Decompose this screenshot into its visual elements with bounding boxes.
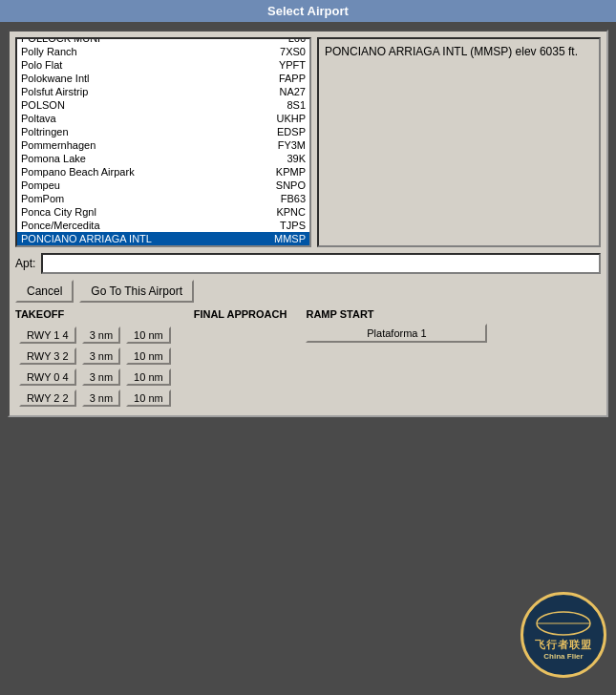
final-approach-section: FINAL APPROACH [194,308,287,324]
ramp-start-section: RAMP START Plataforma 1 [306,308,487,343]
takeoff-header: TAKEOFF [15,308,175,320]
go-to-airport-button[interactable]: Go To This Airport [79,280,194,303]
list-item[interactable]: PomPomFB63 [17,192,309,205]
list-item[interactable]: PONCIANO ARRIAGA INTLMMSP [17,232,309,245]
cancel-button[interactable]: Cancel [15,280,74,303]
apt-row: Apt: [15,253,601,274]
watermark: 飞行者联盟 China Flier [520,592,606,678]
watermark-circle: 飞行者联盟 China Flier [520,592,606,678]
nm2-button[interactable]: 10 nm [126,369,171,386]
list-item[interactable]: Ponce/MerceditaTJPS [17,219,309,232]
watermark-cn: 飞行者联盟 [535,638,592,652]
runway-button[interactable]: RWY 3 2 [19,348,76,365]
ramp-start-header: RAMP START [306,308,487,320]
runway-table: RWY 1 43 nm10 nmRWY 3 23 nm10 nmRWY 0 43… [15,324,175,410]
final-approach-header: FINAL APPROACH [194,308,287,320]
airport-list[interactable]: Polish ParadiseWS02POLK AAFKPOEPOLK CO C… [17,39,309,245]
runway-row: RWY 0 43 nm10 nm [17,368,173,387]
runway-button[interactable]: RWY 1 4 [19,326,76,344]
watermark-en: China Flier [543,652,583,661]
list-item[interactable]: Ponca City RgnlKPNC [17,205,309,219]
title-label: Select Airport [267,4,349,18]
list-item[interactable]: Polsfut AirstripNA27 [17,85,309,98]
list-item[interactable]: Polly Ranch7XS0 [17,45,309,58]
runway-button[interactable]: RWY 0 4 [19,369,76,386]
list-item[interactable]: Polo FlatYPFT [17,58,309,72]
apt-input[interactable] [41,253,601,274]
nm2-button[interactable]: 10 nm [126,390,171,407]
list-item[interactable]: PommernhagenFY3M [17,138,309,152]
ramp-start-button[interactable]: Plataforma 1 [306,324,487,343]
nm1-button[interactable]: 3 nm [82,326,120,344]
list-item[interactable]: Pompano Beach AirparkKPMP [17,165,309,179]
airport-info-text: PONCIANO ARRIAGA INTL (MMSP) elev 6035 f… [325,45,578,58]
list-item[interactable]: PompeuSNPO [17,179,309,192]
apt-label: Apt: [15,257,35,270]
title-bar: Select Airport [0,0,616,22]
nm2-button[interactable]: 10 nm [126,348,171,365]
list-item[interactable]: Polokwane IntlFAPP [17,72,309,85]
runway-row: RWY 3 23 nm10 nm [17,347,173,366]
nm1-button[interactable]: 3 nm [82,369,120,386]
nm1-button[interactable]: 3 nm [82,390,120,407]
section-row: TAKEOFF RWY 1 43 nm10 nmRWY 3 23 nm10 nm… [15,308,601,410]
runway-row: RWY 2 23 nm10 nm [17,389,173,408]
top-row: Polish ParadiseWS02POLK AAFKPOEPOLK CO C… [15,37,601,247]
airport-list-container: Polish ParadiseWS02POLK AAFKPOEPOLK CO C… [15,37,311,247]
info-panel: PONCIANO ARRIAGA INTL (MMSP) elev 6035 f… [317,37,601,247]
takeoff-section: TAKEOFF RWY 1 43 nm10 nmRWY 3 23 nm10 nm… [15,308,175,410]
list-item[interactable]: PoltavaUKHP [17,112,309,125]
buttons-row: Cancel Go To This Airport [15,280,601,303]
runway-button[interactable]: RWY 2 2 [19,390,76,407]
list-item[interactable]: Pomona Lake39K [17,152,309,165]
nm2-button[interactable]: 10 nm [126,326,171,344]
main-panel: Polish ParadiseWS02POLK AAFKPOEPOLK CO C… [8,30,608,417]
nm1-button[interactable]: 3 nm [82,348,120,365]
list-item[interactable]: PoltringenEDSP [17,125,309,138]
list-item[interactable]: POLSON8S1 [17,98,309,112]
runway-row: RWY 1 43 nm10 nm [17,326,173,345]
